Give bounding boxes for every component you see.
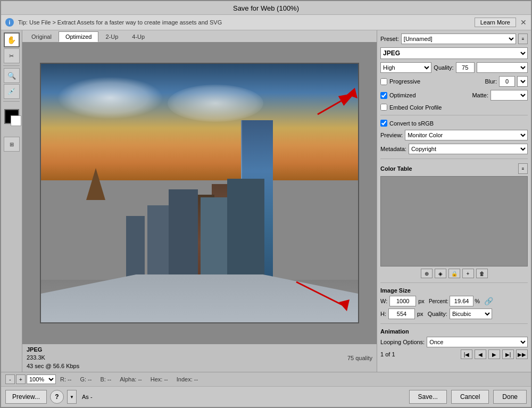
image-quality-label: 75 quality: [347, 355, 372, 361]
width-unit: px: [418, 298, 425, 304]
toolbar: ✋ ✂ 🔍 💉 ⊞: [1, 30, 22, 372]
close-icon[interactable]: ✕: [520, 18, 527, 27]
footer-right: Save... Cancel Done: [409, 390, 527, 404]
cancel-button[interactable]: Cancel: [451, 390, 489, 404]
cloud-1: [57, 77, 163, 119]
height-quality-row: H: px Quality: Bicubic: [380, 309, 528, 319]
b-value: B: --: [100, 376, 111, 382]
resample-select[interactable]: Bicubic: [450, 309, 492, 319]
ct-map-btn[interactable]: ⊕: [421, 269, 433, 278]
quality-preset-select[interactable]: High: [380, 62, 431, 73]
anim-next-btn[interactable]: ▶|: [502, 349, 514, 359]
progressive-blur-row: Progressive Blur:: [380, 76, 528, 87]
divider-3: [380, 282, 528, 283]
animation-section: Animation Looping Options: Once 1 of 1 |…: [380, 328, 528, 359]
preview-toggle[interactable]: ⊞: [4, 137, 20, 152]
right-panel: Preset: [Unnamed] ≡ JPEG High Quality:: [377, 30, 531, 372]
learn-more-button[interactable]: Learn More: [475, 18, 516, 27]
optimized-matte-row: Optimized Matte:: [380, 90, 528, 101]
ct-add-btn[interactable]: +: [462, 269, 474, 278]
color-table-toolbar: ⊕ ◈ 🔒 + 🗑: [380, 269, 528, 278]
footer-left: Preview... ? ▼ As -: [5, 390, 93, 404]
r-value: R: --: [60, 376, 71, 382]
resample-row: Quality: Bicubic: [428, 309, 492, 319]
save-button[interactable]: Save...: [409, 390, 447, 404]
looping-row: Looping Options: Once: [380, 337, 528, 347]
preview-select[interactable]: Monitor Color: [405, 130, 528, 140]
preview-dropdown-button[interactable]: ▼: [67, 390, 77, 404]
quality-input[interactable]: [456, 62, 475, 73]
height-input[interactable]: [388, 309, 415, 319]
embed-color-checkbox[interactable]: [380, 104, 387, 111]
preset-select[interactable]: [Unnamed]: [401, 34, 516, 44]
width-label: W:: [380, 298, 387, 304]
quality-dropdown[interactable]: [477, 62, 528, 73]
height-label: H:: [380, 311, 386, 317]
link-icon[interactable]: 🔗: [484, 297, 493, 305]
anim-first-btn[interactable]: |◀: [461, 349, 472, 359]
title-bar: Save for Web (100%): [1, 1, 531, 15]
done-button[interactable]: Done: [493, 390, 527, 404]
zoom-tool[interactable]: 🔍: [4, 68, 20, 83]
blur-label: Blur:: [485, 78, 497, 85]
anim-prev-btn[interactable]: ◀: [475, 349, 486, 359]
background-color[interactable]: [11, 115, 21, 126]
info-icon: i: [5, 18, 14, 27]
embed-color-row: Embed Color Profile: [380, 104, 528, 111]
cloud-2: [168, 85, 263, 122]
matte-select[interactable]: [491, 90, 528, 101]
zoom-in-btn[interactable]: +: [16, 374, 26, 384]
image-size-label: 233.3K: [27, 354, 79, 362]
buildings-layer: [41, 154, 358, 322]
anim-last-btn[interactable]: ▶▶: [516, 349, 528, 359]
optimized-checkbox[interactable]: [380, 92, 387, 99]
ct-delete-btn[interactable]: 🗑: [476, 269, 488, 278]
image-time-label: 43 sec @ 56.6 Kbps: [27, 362, 79, 370]
spire-cap: [86, 168, 105, 200]
tab-2up[interactable]: 2-Up: [98, 31, 125, 42]
alpha-value: Alpha: --: [120, 376, 142, 382]
metadata-label: Metadata:: [380, 146, 406, 152]
image-size-section: Image Size W: px Percent: % 🔗: [380, 287, 528, 319]
index-value: Index: --: [177, 376, 198, 382]
info-bar: i Tip: Use File > Extract Assets for a f…: [1, 15, 531, 30]
help-button[interactable]: ?: [50, 390, 64, 404]
width-input[interactable]: [389, 296, 416, 306]
format-select[interactable]: JPEG: [380, 47, 528, 59]
progressive-checkbox[interactable]: [380, 78, 387, 85]
foreground-color[interactable]: [4, 109, 19, 124]
color-table-header: Color Table ≡: [380, 163, 528, 174]
looping-select[interactable]: Once: [427, 337, 528, 347]
status-info: R: -- G: -- B: -- Alpha: -- Hex: -- Inde…: [60, 376, 527, 382]
convert-srgb-checkbox[interactable]: [380, 120, 387, 127]
hex-value: Hex: --: [151, 376, 168, 382]
size-inputs-row: W: px Percent: % 🔗: [380, 296, 528, 306]
matte-label: Matte:: [472, 92, 488, 98]
eyedropper-tool[interactable]: 💉: [4, 84, 20, 99]
preview-row: Preview: Monitor Color: [380, 130, 528, 140]
hand-tool[interactable]: ✋: [4, 32, 20, 47]
color-table-area: [380, 176, 528, 267]
anim-play-btn[interactable]: ▶: [488, 349, 500, 359]
preview-button[interactable]: Preview...: [5, 390, 47, 404]
building-8: [227, 179, 264, 290]
blur-input[interactable]: [499, 76, 515, 87]
blur-dropdown[interactable]: [517, 76, 528, 87]
tab-4up[interactable]: 4-Up: [125, 31, 152, 42]
zoom-out-btn[interactable]: -: [5, 374, 15, 384]
progressive-label: Progressive: [389, 78, 420, 85]
preset-menu-button[interactable]: ≡: [518, 34, 528, 44]
metadata-select[interactable]: Copyright: [409, 144, 528, 154]
color-table-menu[interactable]: ≡: [518, 163, 528, 174]
ct-shift-btn[interactable]: ◈: [435, 269, 446, 278]
tab-optimized[interactable]: Optimized: [59, 31, 99, 42]
percent-input[interactable]: [450, 296, 473, 306]
image-display: [40, 63, 359, 323]
slice-select-tool[interactable]: ✂: [4, 48, 20, 63]
progressive-checkbox-row: Progressive: [380, 78, 420, 85]
main-area: ✋ ✂ 🔍 💉 ⊞ Original Optimized 2-Up 4-Up: [1, 30, 531, 372]
tab-original[interactable]: Original: [24, 31, 59, 42]
zoom-select[interactable]: 100%: [27, 374, 56, 384]
ct-lock-btn[interactable]: 🔒: [448, 269, 460, 278]
dialog-title: Save for Web (100%): [233, 4, 299, 12]
